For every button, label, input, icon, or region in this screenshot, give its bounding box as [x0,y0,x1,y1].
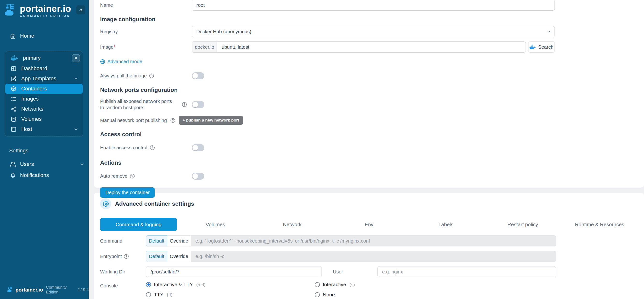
always-pull-toggle[interactable] [192,72,204,79]
brand-title: portainer.io [20,4,71,14]
radio-icon [315,292,320,297]
advanced-mode-link[interactable]: Advanced mode [100,59,556,64]
gear-icon [100,198,111,209]
sidebar-item-label: Notifications [20,172,49,178]
chevron-down-icon [546,29,551,34]
auto-remove-label: Auto remove [100,173,127,179]
manual-port-label: Manual network port publishing [100,118,167,123]
environment-close-button[interactable] [72,54,80,62]
command-default-button[interactable]: Default [146,235,167,246]
tab-volumes[interactable]: Volumes [177,218,254,231]
user-input[interactable] [378,266,556,277]
bell-icon [10,173,16,178]
docker-whale-icon [530,44,536,50]
help-icon[interactable] [170,118,175,123]
console-row: Console Interactive & TTY (-i -t) Intera… [100,282,556,298]
image-configuration-heading: Image configuration [100,16,556,23]
close-icon [74,56,78,60]
working-dir-input[interactable] [146,266,322,277]
access-control-heading: Access control [100,131,556,138]
settings-tabs: Command & logging Volumes Network Env La… [100,218,638,231]
settings-group: Users Notifications [0,159,89,181]
help-icon[interactable] [150,145,155,150]
brand-subtitle: COMMUNITY EDITION [20,14,71,18]
console-label: Console [100,283,118,289]
console-option-interactive[interactable]: Interactive (-i) [315,282,355,288]
network-ports-heading: Network ports configuration [100,86,556,93]
portainer-footer-logo-icon [7,286,13,294]
sidebar-item-users[interactable]: Users [0,159,89,170]
publish-new-port-button[interactable]: + publish a new network port [179,116,243,125]
advanced-settings-header: Advanced container settings [100,198,638,209]
registry-row: Registry Docker Hub (anonymous) [100,26,556,37]
sidebar-footer: portainer.io Community Edition 2.19.4 [7,285,89,295]
environment-header[interactable]: primary [5,53,83,64]
sidebar-item-label: Home [20,33,34,39]
console-option-tty[interactable]: TTY (-t) [146,292,315,298]
help-icon[interactable] [130,174,135,179]
sidebar-item-networks[interactable]: Networks [5,104,83,114]
sidebar-item-home[interactable]: Home [0,30,89,42]
sidebar-item-label: Networks [21,106,44,112]
sidebar-item-app-templates[interactable]: App Templates [5,74,83,84]
registry-select[interactable]: Docker Hub (anonymous) [192,26,555,37]
always-pull-row: Always pull the image [100,70,556,81]
help-icon[interactable] [149,73,154,78]
sidebar-item-volumes[interactable]: Volumes [5,114,83,124]
deploy-container-button[interactable]: Deploy the container [100,187,155,198]
tab-env[interactable]: Env [331,218,408,231]
name-input[interactable] [192,0,555,10]
enable-access-label: Enable access control [100,145,147,150]
publish-all-label: Publish all exposed network ports to ran… [100,98,175,111]
image-input[interactable] [217,42,526,52]
sidebar-item-notifications[interactable]: Notifications [0,170,89,181]
tab-network[interactable]: Network [254,218,331,231]
chevron-down-icon [80,162,84,166]
image-search-button[interactable]: Search [528,42,555,52]
user-group: User [333,266,556,277]
sidebar-item-host[interactable]: Host [5,124,83,134]
sidebar: portainer.io COMMUNITY EDITION « Home pr… [0,0,89,299]
radio-icon [315,282,320,287]
advanced-settings-card: Advanced container settings Command & lo… [94,193,644,299]
registry-selected-value: Docker Hub (anonymous) [196,29,251,34]
entrypoint-label: Entrypoint [100,254,122,259]
command-input[interactable] [191,235,556,246]
image-label: Image* [100,44,115,50]
host-panel-icon [11,126,16,132]
actions-heading: Actions [100,160,556,166]
sidebar-collapse-button[interactable]: « [76,5,86,14]
tab-labels[interactable]: Labels [408,218,484,231]
sidebar-item-label: Containers [21,86,47,92]
sidebar-item-images[interactable]: Images [5,94,83,104]
publish-all-row: Publish all exposed network ports to ran… [100,98,556,111]
sidebar-logo-row: portainer.io COMMUNITY EDITION « [0,0,89,18]
console-option-none[interactable]: None [315,292,355,298]
working-dir-label: Working Dir [100,269,125,275]
network-icon [11,106,16,112]
entrypoint-override-button[interactable]: Override [167,251,191,262]
sidebar-item-dashboard[interactable]: Dashboard [5,64,83,74]
tab-runtime-resources[interactable]: Runtime & Resources [561,218,638,231]
sidebar-item-label: Dashboard [21,65,47,72]
entrypoint-input[interactable] [191,251,556,262]
entrypoint-default-button[interactable]: Default [146,251,167,262]
sidebar-item-containers[interactable]: Containers [5,84,83,94]
command-override-button[interactable]: Override [167,235,191,246]
console-option-interactive-tty[interactable]: Interactive & TTY (-i -t) [146,282,315,288]
sidebar-item-label: Images [21,96,38,102]
help-icon[interactable] [124,254,129,259]
tab-command-logging[interactable]: Command & logging [100,218,177,231]
command-row: Command Default Override [100,235,556,246]
publish-all-toggle[interactable] [192,101,204,108]
image-row: Image* docker.io Search [100,42,556,52]
auto-remove-toggle[interactable] [192,173,204,180]
tab-restart-policy[interactable]: Restart policy [484,218,561,231]
enable-access-row: Enable access control [100,142,556,153]
help-icon[interactable] [182,102,187,107]
enable-access-toggle[interactable] [192,144,204,151]
settings-section-header: Settings [9,148,89,154]
environment-name: primary [23,55,40,61]
required-asterisk: * [114,44,116,50]
box-icon [11,86,16,92]
